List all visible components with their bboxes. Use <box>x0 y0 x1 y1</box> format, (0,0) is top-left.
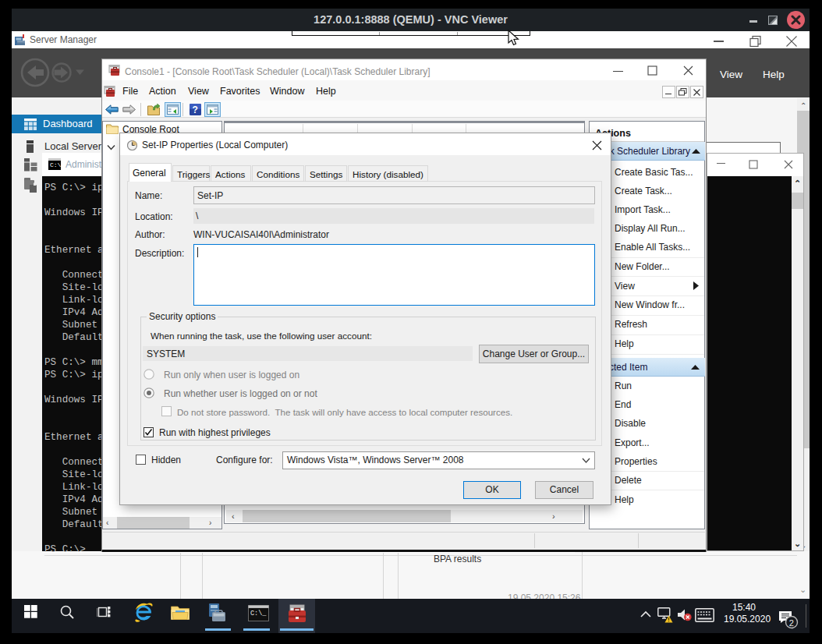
svg-text:C:\: C:\ <box>50 161 61 168</box>
svg-text:2: 2 <box>789 618 794 628</box>
svg-text:?: ? <box>193 104 198 115</box>
svg-text:C:\_: C:\_ <box>250 610 267 617</box>
